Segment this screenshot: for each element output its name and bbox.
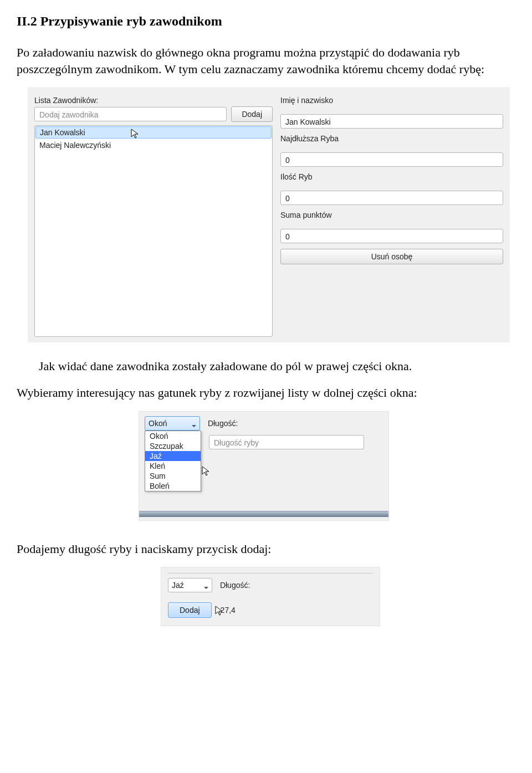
dropdown-option[interactable]: Okoń xyxy=(145,431,201,441)
combobox-value: Jaź xyxy=(172,581,184,590)
list-item[interactable]: Jan Kowalski xyxy=(35,126,272,139)
longest-fish-label: Najdłuższa Ryba xyxy=(280,134,503,143)
section-heading: II.2 Przypisywanie ryb zawodnikom xyxy=(17,14,515,29)
dropdown-option[interactable]: Szczupak xyxy=(145,441,201,451)
add-competitor-input[interactable]: Dodaj zawodnika xyxy=(34,107,227,121)
screenshot-add-fish: Jaź Długość: Dodaj 27,4 xyxy=(161,567,380,626)
screenshot-competitor-panel: Lista Zawodników: Dodaj zawodnika Dodaj … xyxy=(28,87,510,342)
paragraph-2: Jak widać dane zawodnika zostały załadow… xyxy=(39,358,515,375)
points-field[interactable]: 0 xyxy=(280,229,503,243)
dropdown-option[interactable]: Kleń xyxy=(145,461,201,471)
points-label: Suma punktów xyxy=(280,211,503,219)
dropdown-option[interactable]: Jaź xyxy=(145,451,201,461)
cursor-icon xyxy=(214,605,226,616)
divider xyxy=(168,573,373,574)
window-footer-bar xyxy=(139,511,388,517)
name-field[interactable]: Jan Kowalski xyxy=(280,114,503,129)
list-item-label: Jan Kowalski xyxy=(40,128,85,137)
list-label: Lista Zawodników: xyxy=(34,96,273,105)
fish-length-input[interactable]: Długość ryby xyxy=(209,435,364,449)
dropdown-option[interactable]: Boleń xyxy=(145,481,201,491)
combobox-value: Okoń xyxy=(149,419,167,428)
add-button[interactable]: Dodaj xyxy=(231,106,273,122)
length-label: Długość: xyxy=(208,416,238,431)
screenshot-species-dropdown: Okoń Długość: Okoń Szczupak Jaź Kleń Sum… xyxy=(139,411,389,521)
competitor-listbox[interactable]: Jan Kowalski Maciej Nalewczyński xyxy=(34,125,273,337)
name-label: Imię i nazwisko xyxy=(280,96,503,105)
add-fish-button[interactable]: Dodaj xyxy=(168,602,212,618)
paragraph-1: Po załadowaniu nazwisk do głównego okna … xyxy=(17,44,515,77)
longest-fish-field[interactable]: 0 xyxy=(280,152,503,167)
cursor-icon xyxy=(130,128,141,139)
delete-person-button[interactable]: Usuń osobę xyxy=(280,249,503,264)
list-item-label: Maciej Nalewczyński xyxy=(39,141,111,150)
fish-count-field[interactable]: 0 xyxy=(280,191,503,205)
list-item[interactable]: Maciej Nalewczyński xyxy=(35,139,272,151)
length-label: Długość: xyxy=(220,578,250,592)
cursor-icon xyxy=(201,465,212,477)
paragraph-3: Wybieramy interesujący nas gatunek ryby … xyxy=(17,385,515,401)
fish-count-label: Ilość Ryb xyxy=(280,172,503,181)
left-pane: Lista Zawodników: Dodaj zawodnika Dodaj … xyxy=(34,93,273,337)
species-combobox[interactable]: Okoń xyxy=(145,416,200,431)
dropdown-option[interactable]: Sum xyxy=(145,471,201,481)
chevron-down-icon xyxy=(203,582,209,595)
species-dropdown-list[interactable]: Okoń Szczupak Jaź Kleń Sum Boleń xyxy=(145,431,201,492)
species-combobox[interactable]: Jaź xyxy=(168,578,212,592)
right-pane: Imię i nazwisko Jan Kowalski Najdłuższa … xyxy=(280,93,503,337)
paragraph-4: Podajemy długość ryby i naciskamy przyci… xyxy=(17,541,515,557)
